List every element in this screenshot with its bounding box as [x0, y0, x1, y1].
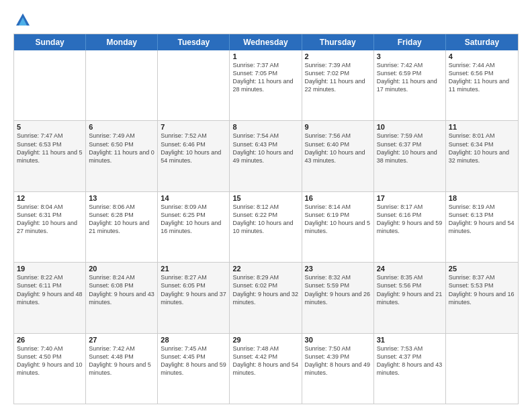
weekday-header: Thursday: [302, 34, 374, 50]
calendar-row: 12Sunrise: 8:04 AM Sunset: 6:31 PM Dayli…: [14, 191, 518, 262]
day-number: 29: [232, 336, 298, 344]
calendar-cell: 13Sunrise: 8:06 AM Sunset: 6:28 PM Dayli…: [86, 192, 158, 262]
day-info: Sunrise: 7:53 AM Sunset: 4:37 PM Dayligh…: [377, 345, 443, 377]
calendar-cell: 8Sunrise: 7:54 AM Sunset: 6:43 PM Daylig…: [230, 121, 302, 191]
weekday-header: Sunday: [14, 34, 86, 50]
calendar-cell: 10Sunrise: 7:59 AM Sunset: 6:37 PM Dayli…: [374, 121, 446, 191]
calendar-cell: 1Sunrise: 7:37 AM Sunset: 7:05 PM Daylig…: [230, 50, 302, 120]
day-number: 16: [305, 194, 371, 202]
weekday-header: Monday: [86, 34, 158, 50]
day-number: 2: [305, 52, 371, 60]
calendar-row: 26Sunrise: 7:40 AM Sunset: 4:50 PM Dayli…: [14, 333, 518, 404]
day-info: Sunrise: 8:09 AM Sunset: 6:25 PM Dayligh…: [161, 203, 226, 236]
day-info: Sunrise: 8:17 AM Sunset: 6:16 PM Dayligh…: [377, 203, 443, 236]
logo-icon: [13, 11, 32, 30]
day-number: 10: [377, 123, 443, 131]
calendar-cell: 29Sunrise: 7:48 AM Sunset: 4:42 PM Dayli…: [230, 334, 302, 404]
day-number: 15: [232, 194, 298, 202]
calendar-cell: 30Sunrise: 7:50 AM Sunset: 4:39 PM Dayli…: [302, 334, 374, 404]
calendar-cell: 18Sunrise: 8:19 AM Sunset: 6:13 PM Dayli…: [446, 192, 518, 262]
calendar-cell: [86, 50, 158, 120]
day-info: Sunrise: 7:45 AM Sunset: 4:45 PM Dayligh…: [161, 345, 226, 377]
day-number: 9: [305, 123, 371, 131]
day-number: 17: [377, 194, 443, 202]
calendar-cell: 3Sunrise: 7:42 AM Sunset: 6:59 PM Daylig…: [374, 50, 446, 120]
day-info: Sunrise: 8:04 AM Sunset: 6:31 PM Dayligh…: [17, 203, 83, 236]
calendar-cell: [14, 50, 86, 120]
calendar-cell: 6Sunrise: 7:49 AM Sunset: 6:50 PM Daylig…: [86, 121, 158, 191]
day-info: Sunrise: 7:49 AM Sunset: 6:50 PM Dayligh…: [89, 132, 154, 165]
day-number: 21: [161, 265, 226, 273]
day-number: 20: [89, 265, 154, 273]
calendar-row: 1Sunrise: 7:37 AM Sunset: 7:05 PM Daylig…: [14, 50, 518, 120]
day-number: 13: [89, 194, 154, 202]
day-number: 14: [161, 194, 226, 202]
day-info: Sunrise: 8:24 AM Sunset: 6:08 PM Dayligh…: [89, 273, 154, 306]
day-number: 1: [232, 52, 298, 60]
weekday-header: Wednesday: [230, 34, 302, 50]
calendar-cell: 28Sunrise: 7:45 AM Sunset: 4:45 PM Dayli…: [158, 334, 230, 404]
calendar-cell: [446, 334, 518, 404]
calendar-row: 19Sunrise: 8:22 AM Sunset: 6:11 PM Dayli…: [14, 262, 518, 332]
calendar-cell: 25Sunrise: 8:37 AM Sunset: 5:53 PM Dayli…: [446, 263, 518, 332]
day-info: Sunrise: 7:40 AM Sunset: 4:50 PM Dayligh…: [17, 345, 83, 377]
day-info: Sunrise: 8:01 AM Sunset: 6:34 PM Dayligh…: [449, 132, 515, 165]
day-info: Sunrise: 8:19 AM Sunset: 6:13 PM Dayligh…: [449, 203, 515, 236]
calendar-cell: 20Sunrise: 8:24 AM Sunset: 6:08 PM Dayli…: [86, 263, 158, 332]
calendar-cell: 19Sunrise: 8:22 AM Sunset: 6:11 PM Dayli…: [14, 263, 86, 332]
day-info: Sunrise: 7:56 AM Sunset: 6:40 PM Dayligh…: [305, 132, 371, 165]
calendar-cell: 7Sunrise: 7:52 AM Sunset: 6:46 PM Daylig…: [158, 121, 230, 191]
page: SundayMondayTuesdayWednesdayThursdayFrid…: [0, 0, 532, 411]
calendar-cell: 9Sunrise: 7:56 AM Sunset: 6:40 PM Daylig…: [302, 121, 374, 191]
day-info: Sunrise: 8:35 AM Sunset: 5:56 PM Dayligh…: [377, 273, 443, 306]
calendar-cell: 17Sunrise: 8:17 AM Sunset: 6:16 PM Dayli…: [374, 192, 446, 262]
day-info: Sunrise: 8:37 AM Sunset: 5:53 PM Dayligh…: [449, 273, 515, 306]
day-info: Sunrise: 7:50 AM Sunset: 4:39 PM Dayligh…: [305, 345, 371, 377]
day-info: Sunrise: 7:54 AM Sunset: 6:43 PM Dayligh…: [232, 132, 298, 165]
day-info: Sunrise: 8:29 AM Sunset: 6:02 PM Dayligh…: [232, 273, 298, 306]
day-number: 23: [305, 265, 371, 273]
day-info: Sunrise: 7:48 AM Sunset: 4:42 PM Dayligh…: [232, 345, 298, 377]
day-info: Sunrise: 8:22 AM Sunset: 6:11 PM Dayligh…: [17, 273, 83, 306]
day-number: 12: [17, 194, 83, 202]
day-number: 25: [449, 265, 515, 273]
calendar-cell: 5Sunrise: 7:47 AM Sunset: 6:53 PM Daylig…: [14, 121, 86, 191]
weekday-header: Friday: [374, 34, 446, 50]
day-number: 28: [161, 336, 226, 344]
calendar-cell: 21Sunrise: 8:27 AM Sunset: 6:05 PM Dayli…: [158, 263, 230, 332]
day-number: 26: [17, 336, 83, 344]
calendar-cell: 2Sunrise: 7:39 AM Sunset: 7:02 PM Daylig…: [302, 50, 374, 120]
day-number: 3: [377, 52, 443, 60]
day-number: 6: [89, 123, 154, 131]
day-info: Sunrise: 7:42 AM Sunset: 6:59 PM Dayligh…: [377, 61, 443, 94]
day-number: 24: [377, 265, 443, 273]
calendar-cell: 26Sunrise: 7:40 AM Sunset: 4:50 PM Dayli…: [14, 334, 86, 404]
calendar-cell: 14Sunrise: 8:09 AM Sunset: 6:25 PM Dayli…: [158, 192, 230, 262]
day-number: 31: [377, 336, 443, 344]
calendar-cell: 15Sunrise: 8:12 AM Sunset: 6:22 PM Dayli…: [230, 192, 302, 262]
calendar-cell: 31Sunrise: 7:53 AM Sunset: 4:37 PM Dayli…: [374, 334, 446, 404]
calendar-cell: 27Sunrise: 7:42 AM Sunset: 4:48 PM Dayli…: [86, 334, 158, 404]
weekday-header: Tuesday: [158, 34, 230, 50]
day-info: Sunrise: 7:52 AM Sunset: 6:46 PM Dayligh…: [161, 132, 226, 165]
calendar-body: 1Sunrise: 7:37 AM Sunset: 7:05 PM Daylig…: [14, 50, 518, 404]
calendar-cell: 24Sunrise: 8:35 AM Sunset: 5:56 PM Dayli…: [374, 263, 446, 332]
calendar-cell: 4Sunrise: 7:44 AM Sunset: 6:56 PM Daylig…: [446, 50, 518, 120]
day-number: 27: [89, 336, 154, 344]
day-number: 22: [232, 265, 298, 273]
day-number: 19: [17, 265, 83, 273]
calendar: SundayMondayTuesdayWednesdayThursdayFrid…: [13, 34, 519, 404]
day-info: Sunrise: 8:14 AM Sunset: 6:19 PM Dayligh…: [305, 203, 371, 236]
day-number: 5: [17, 123, 83, 131]
calendar-row: 5Sunrise: 7:47 AM Sunset: 6:53 PM Daylig…: [14, 120, 518, 191]
day-info: Sunrise: 7:39 AM Sunset: 7:02 PM Dayligh…: [305, 61, 371, 94]
header: [13, 11, 519, 30]
calendar-cell: 12Sunrise: 8:04 AM Sunset: 6:31 PM Dayli…: [14, 192, 86, 262]
day-info: Sunrise: 7:47 AM Sunset: 6:53 PM Dayligh…: [17, 132, 83, 165]
calendar-header: SundayMondayTuesdayWednesdayThursdayFrid…: [14, 34, 518, 50]
calendar-cell: 16Sunrise: 8:14 AM Sunset: 6:19 PM Dayli…: [302, 192, 374, 262]
day-info: Sunrise: 8:12 AM Sunset: 6:22 PM Dayligh…: [232, 203, 298, 236]
weekday-header: Saturday: [446, 34, 518, 50]
day-info: Sunrise: 8:27 AM Sunset: 6:05 PM Dayligh…: [161, 273, 226, 306]
calendar-cell: 22Sunrise: 8:29 AM Sunset: 6:02 PM Dayli…: [230, 263, 302, 332]
